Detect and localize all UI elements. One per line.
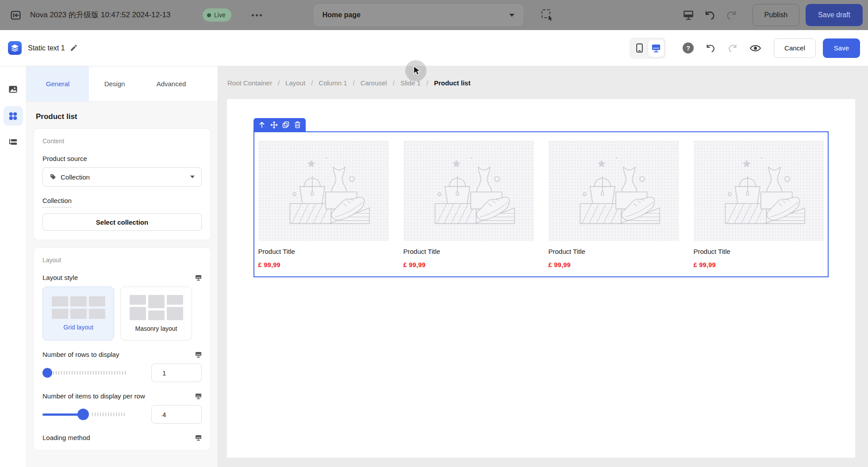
breadcrumb-item[interactable]: Layout [285,79,305,87]
page-canvas[interactable]: Product Title £ 99,99 Product Title £ 99… [227,99,855,458]
product-title: Product Title [403,248,534,255]
breadcrumb-item[interactable]: Column 1 [319,79,347,87]
product-placeholder-image [403,141,534,241]
page-selector-value: Home page [323,11,361,19]
cursor-icon [548,15,554,22]
items-per-row-input[interactable] [151,405,202,424]
chevron-down-icon [190,176,195,178]
app-logo [8,41,22,55]
selection-toolbar [253,118,306,131]
breadcrumb-separator: / [311,79,313,87]
rows-slider[interactable] [42,367,129,379]
settings-tabs: General Design Advanced [27,66,218,102]
element-inspect-button[interactable] [541,8,554,22]
product-card[interactable]: Product Title £ 99,99 [258,141,389,276]
blocks-panel-button[interactable] [4,106,23,126]
undo-icon [705,43,716,54]
monitor-icon [683,10,694,20]
pencil-icon [70,44,77,52]
product-price: £ 99,99 [694,261,824,268]
help-button[interactable]: ? [683,42,694,54]
desktop-preview-button[interactable] [683,10,694,20]
collection-field: Collection [42,197,202,207]
save-draft-button[interactable]: Save draft [806,4,863,26]
breadcrumb-item-current[interactable]: Product list [434,79,471,87]
document-title: Nova 2023 的升级版 10:47:52 2024-12-13 [30,10,178,20]
tag-icon [50,173,57,180]
masonry-layout-option[interactable]: Masonry layout [120,287,192,341]
grid-layout-option[interactable]: Grid layout [42,287,114,341]
cancel-button[interactable]: Cancel [774,38,816,58]
desktop-setting-icon [195,352,202,358]
desktop-setting-icon [195,435,202,441]
topbar-redo-button[interactable] [726,9,737,21]
undo-button[interactable] [705,43,716,54]
product-card[interactable]: Product Title £ 99,99 [694,141,824,276]
product-placeholder-image [258,141,389,241]
product-card[interactable]: Product Title £ 99,99 [549,141,679,276]
product-source-label: Product source [42,155,202,162]
select-collection-button[interactable]: Select collection [42,213,202,231]
settings-panel-body: Product list Content Product source Coll… [27,102,218,467]
publish-button[interactable]: Publish [753,4,799,26]
device-preview-toggle [630,38,666,59]
breadcrumb-separator: / [426,79,428,87]
trash-icon [294,121,301,128]
editor-toolbar: Static text 1 ? [0,30,868,66]
breadcrumb: Root Container / Layout / Column 1 / Car… [218,66,868,99]
left-icon-rail [0,66,27,467]
page-selector-dropdown[interactable]: Home page [314,4,523,26]
product-source-value: Collection [61,173,90,181]
items-per-row-slider[interactable] [42,408,129,421]
move-up-button[interactable] [258,121,265,128]
delete-button[interactable] [294,121,301,128]
product-card[interactable]: Product Title £ 99,99 [403,141,534,276]
mobile-preview-button[interactable] [631,39,647,57]
media-panel-button[interactable] [4,80,23,99]
save-button[interactable]: Save [823,38,860,58]
product-title: Product Title [549,248,679,255]
tab-advanced[interactable]: Advanced [140,66,202,101]
live-dot-icon [207,13,211,17]
masonry-layout-label: Masonry layout [135,325,177,332]
preview-button[interactable] [749,43,761,54]
component-title: Static text 1 [28,44,65,52]
rename-button[interactable] [70,44,77,52]
rows-slider-handle[interactable] [42,368,52,378]
desktop-setting-icon [195,275,202,281]
product-title: Product Title [258,248,389,255]
drag-move-button[interactable] [270,121,278,129]
layers-tree-panel-button[interactable] [4,133,23,152]
redo-button[interactable] [727,43,738,54]
redo-icon [727,43,738,54]
monitor-icon [651,44,661,53]
loading-method-label: Loading method [42,434,90,441]
breadcrumb-item[interactable]: Carousel [361,79,387,87]
tab-general[interactable]: General [27,66,89,101]
breadcrumb-item[interactable]: Root Container [227,79,272,87]
live-status-badge: Live [203,8,231,22]
product-price: £ 99,99 [549,261,679,268]
desktop-preview-toggle-button[interactable] [648,39,664,57]
exit-icon [10,9,22,21]
question-mark-icon: ? [686,45,690,52]
items-per-row-slider-handle[interactable] [77,409,89,420]
more-menu-button[interactable] [252,14,262,16]
rows-to-display-label: Number of rows to display [42,351,119,358]
mouse-cursor-icon [413,66,422,76]
product-price: £ 99,99 [258,261,389,268]
product-source-select[interactable]: Collection [42,167,202,187]
collection-label: Collection [42,197,72,207]
duplicate-button[interactable] [282,121,289,128]
tab-design[interactable]: Design [89,66,140,101]
rows-input[interactable] [151,364,202,382]
product-list-component[interactable]: Product Title £ 99,99 Product Title £ 99… [253,131,829,277]
image-icon [8,84,18,95]
move-icon [270,121,278,129]
duplicate-icon [282,121,289,128]
topbar-undo-button[interactable] [704,9,716,21]
product-placeholder-image [694,141,824,241]
phone-icon [636,43,643,53]
breadcrumb-separator: / [393,79,395,87]
exit-editor-button[interactable] [6,6,25,24]
